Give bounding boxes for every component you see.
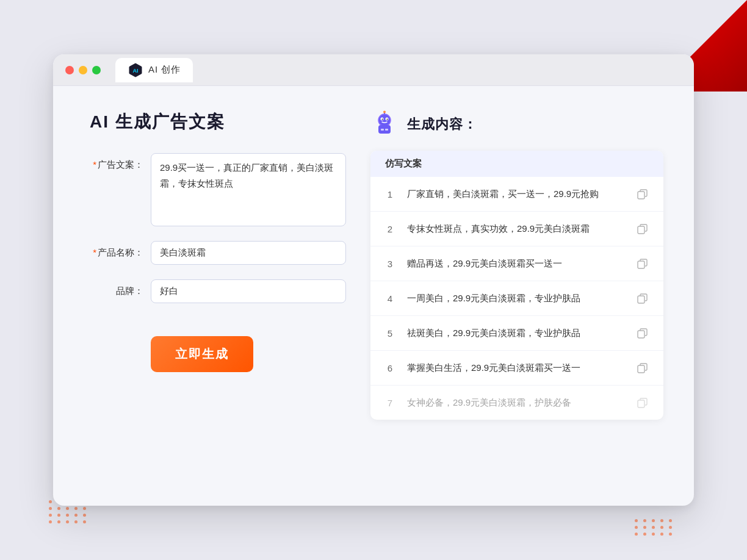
copy-icon[interactable] [634, 290, 651, 307]
svg-point-1 [378, 114, 391, 126]
row-number: 4 [383, 293, 397, 304]
svg-point-5 [382, 119, 383, 120]
result-title: 生成内容： [407, 115, 477, 134]
svg-rect-14 [638, 296, 644, 303]
svg-rect-2 [378, 125, 391, 134]
svg-rect-10 [385, 129, 388, 131]
row-text: 掌握美白生活，29.9元美白淡斑霜买一送一 [407, 361, 624, 375]
svg-rect-16 [638, 365, 644, 373]
copy-icon[interactable] [634, 394, 651, 411]
table-row: 3赠品再送，29.9元美白淡斑霜买一送一 [370, 246, 663, 281]
tab-label: AI 创作 [148, 64, 181, 76]
ad-copy-row: *广告文案： 29.9买一送一，真正的厂家直销，美白淡斑霜，专抹女性斑点 [90, 153, 346, 226]
row-text: 赠品再送，29.9元美白淡斑霜买一送一 [407, 257, 624, 271]
row-number: 3 [383, 259, 397, 269]
row-number: 5 [383, 328, 397, 339]
copy-icon[interactable] [634, 325, 651, 342]
table-row: 5祛斑美白，29.9元美白淡斑霜，专业护肤品 [370, 316, 663, 351]
window-controls [65, 66, 101, 74]
svg-rect-15 [638, 331, 644, 338]
table-row: 6掌握美白生活，29.9元美白淡斑霜买一送一 [370, 351, 663, 386]
table-row: 2专抹女性斑点，真实功效，29.9元美白淡斑霜 [370, 212, 663, 246]
row-text: 厂家直销，美白淡斑霜，买一送一，29.9元抢购 [407, 187, 624, 201]
table-row: 1厂家直销，美白淡斑霜，买一送一，29.9元抢购 [370, 177, 663, 212]
deco-dots-right [635, 519, 674, 536]
row-number: 2 [383, 224, 397, 234]
row-number: 7 [383, 398, 397, 408]
right-panel: 生成内容： 仿写文案 1厂家直销，美白淡斑霜，买一送一，29.9元抢购2专抹女性… [370, 110, 663, 420]
copy-icon[interactable] [634, 255, 651, 272]
minimize-button[interactable] [79, 66, 87, 74]
copy-icon[interactable] [634, 185, 651, 203]
main-content: AI 生成广告文案 *广告文案： 29.9买一送一，真正的厂家直销，美白淡斑霜，… [53, 86, 694, 444]
ai-tab-icon: AI [128, 62, 143, 78]
page-title: AI 生成广告文案 [90, 110, 346, 134]
close-button[interactable] [65, 66, 74, 74]
svg-rect-9 [381, 129, 384, 131]
svg-rect-11 [638, 192, 644, 199]
results-header: 仿写文案 [370, 151, 663, 177]
ad-copy-required: * [93, 159, 96, 170]
brand-label: 品牌： [90, 279, 151, 297]
result-rows-container: 1厂家直销，美白淡斑霜，买一送一，29.9元抢购2专抹女性斑点，真实功效，29.… [370, 177, 663, 420]
product-required: * [93, 247, 96, 257]
copy-icon[interactable] [634, 359, 651, 376]
row-number: 6 [383, 363, 397, 373]
svg-point-8 [383, 111, 386, 113]
svg-rect-12 [638, 226, 644, 234]
svg-rect-17 [638, 400, 644, 407]
svg-rect-13 [638, 261, 644, 268]
product-label: *产品名称： [90, 241, 151, 259]
results-table: 仿写文案 1厂家直销，美白淡斑霜，买一送一，29.9元抢购2专抹女性斑点，真实功… [370, 151, 663, 420]
product-input[interactable]: 美白淡斑霜 [151, 241, 346, 265]
row-text: 祛斑美白，29.9元美白淡斑霜，专业护肤品 [407, 326, 624, 340]
ad-copy-label: *广告文案： [90, 153, 151, 171]
row-text: 女神必备，29.9元美白淡斑霜，护肤必备 [407, 396, 624, 410]
result-header: 生成内容： [370, 110, 663, 138]
row-text: 一周美白，29.9元美白淡斑霜，专业护肤品 [407, 292, 624, 306]
svg-point-6 [387, 119, 388, 120]
row-number: 1 [383, 189, 397, 199]
table-row: 7女神必备，29.9元美白淡斑霜，护肤必备 [370, 386, 663, 420]
ad-copy-input[interactable]: 29.9买一送一，真正的厂家直销，美白淡斑霜，专抹女性斑点 [151, 153, 346, 226]
browser-window: AI AI 创作 AI 生成广告文案 *广告文案： 29.9买一送一，真正的厂家… [53, 54, 694, 506]
maximize-button[interactable] [92, 66, 101, 74]
copy-icon[interactable] [634, 220, 651, 237]
robot-icon [370, 110, 399, 138]
title-bar: AI AI 创作 [53, 54, 694, 86]
left-panel: AI 生成广告文案 *广告文案： 29.9买一送一，真正的厂家直销，美白淡斑霜，… [90, 110, 346, 420]
tab-ai-create[interactable]: AI AI 创作 [115, 58, 193, 82]
product-row: *产品名称： 美白淡斑霜 [90, 241, 346, 265]
brand-input[interactable]: 好白 [151, 279, 346, 303]
generate-button[interactable]: 立即生成 [151, 336, 253, 372]
svg-text:AI: AI [133, 68, 139, 74]
brand-row: 品牌： 好白 [90, 279, 346, 303]
table-row: 4一周美白，29.9元美白淡斑霜，专业护肤品 [370, 281, 663, 316]
row-text: 专抹女性斑点，真实功效，29.9元美白淡斑霜 [407, 222, 624, 236]
